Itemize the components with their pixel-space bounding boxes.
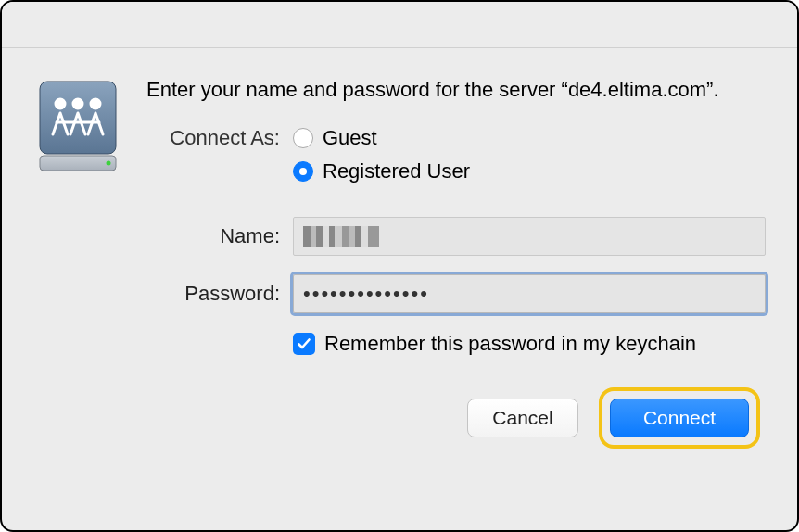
obscured-name-value (303, 226, 379, 247)
checkmark-icon (297, 336, 311, 351)
password-label: Password: (146, 282, 293, 306)
dialog-content: Enter your name and password for the ser… (2, 48, 797, 449)
radio-registered-label: Registered User (323, 159, 470, 184)
svg-point-2 (107, 161, 111, 166)
connect-button[interactable]: Connect (610, 399, 749, 437)
svg-point-4 (73, 99, 82, 108)
radio-circle-selected-icon (293, 161, 313, 182)
remember-label[interactable]: Remember this password in my keychain (324, 332, 696, 356)
name-input[interactable] (293, 217, 766, 256)
name-row: Name: (146, 217, 766, 256)
remember-checkbox[interactable] (293, 333, 315, 355)
radio-circle-icon (293, 128, 313, 148)
icon-column (33, 76, 122, 449)
password-row: Password: (146, 274, 766, 313)
svg-point-5 (91, 99, 100, 108)
button-row: Cancel Connect (146, 387, 766, 449)
connect-as-label: Connect As: (146, 126, 293, 150)
connect-highlight: Connect (599, 387, 760, 449)
remember-row: Remember this password in my keychain (146, 332, 766, 356)
svg-rect-0 (40, 82, 116, 154)
cancel-button[interactable]: Cancel (467, 399, 578, 437)
radio-row-guest: Connect As: Guest (146, 126, 766, 150)
svg-point-3 (56, 99, 65, 108)
radio-row-registered: Registered User (146, 159, 766, 184)
password-input[interactable] (293, 274, 766, 313)
radio-registered[interactable]: Registered User (293, 159, 470, 184)
name-label: Name: (146, 224, 293, 248)
network-server-icon (34, 76, 121, 176)
svg-rect-1 (40, 156, 116, 171)
radio-guest-label: Guest (323, 126, 377, 150)
prompt-text: Enter your name and password for the ser… (146, 76, 766, 104)
form-column: Enter your name and password for the ser… (146, 76, 766, 449)
radio-guest[interactable]: Guest (293, 126, 377, 150)
server-auth-dialog: Enter your name and password for the ser… (0, 0, 799, 532)
titlebar (2, 2, 797, 48)
